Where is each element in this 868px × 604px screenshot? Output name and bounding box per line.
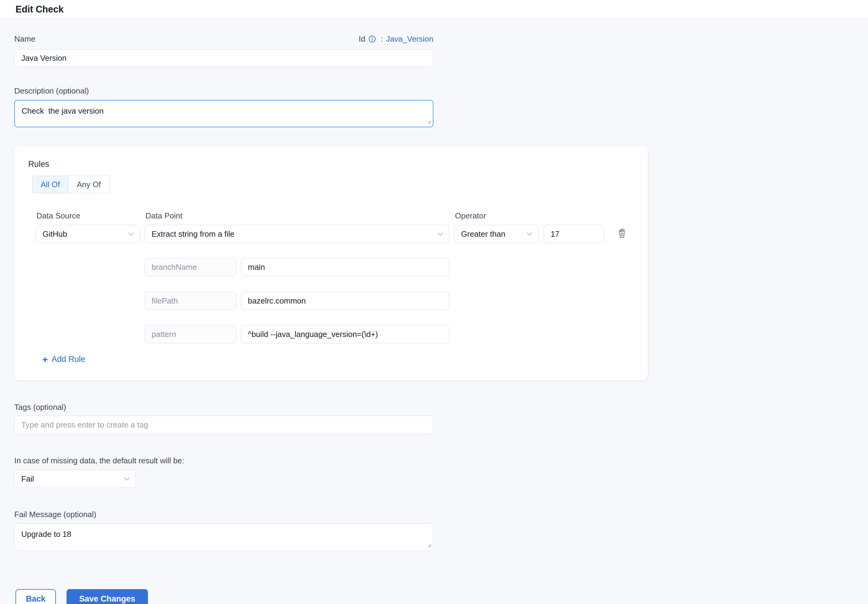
- operator-value-field-wrap: [544, 225, 604, 243]
- operator-value: Greater than: [461, 230, 505, 239]
- tags-label: Tags (optional): [14, 402, 868, 412]
- rules-card: Rules All Of Any Of Data Source Data Poi…: [14, 146, 648, 380]
- id-label: Id: [359, 34, 365, 44]
- data-source-value: GitHub: [42, 230, 67, 239]
- data-source-select[interactable]: GitHub: [36, 225, 140, 243]
- operator-select[interactable]: Greater than: [454, 225, 538, 243]
- chevron-down-icon: [437, 232, 443, 236]
- default-result-select[interactable]: Fail: [14, 470, 136, 488]
- missing-data-label: In case of missing data, the default res…: [14, 456, 868, 466]
- param-value-wrap: [241, 292, 449, 310]
- name-label-row: Name Id : Java_Version: [14, 34, 433, 44]
- page-title: Edit Check: [16, 4, 64, 15]
- edit-check-form: Name Id : Java_Version Description (opti…: [0, 34, 868, 604]
- check-id-group: Id : Java_Version: [359, 34, 433, 44]
- param-value-wrap: [241, 325, 449, 343]
- param-key-filepath: filePath: [144, 292, 236, 310]
- fail-message-textarea[interactable]: Upgrade to 18: [14, 523, 433, 551]
- chevron-down-icon: [128, 232, 134, 236]
- operator-label: Operator: [455, 211, 486, 220]
- fail-message-label: Fail Message (optional): [14, 510, 868, 519]
- threshold-input[interactable]: [544, 225, 604, 243]
- id-separator: :: [381, 34, 383, 44]
- param-value-branchname-input[interactable]: [241, 258, 449, 276]
- default-result-value: Fail: [21, 474, 34, 484]
- all-of-button[interactable]: All Of: [33, 176, 68, 193]
- fail-message-field-wrap: Upgrade to 18: [14, 523, 433, 551]
- trash-icon: [617, 235, 627, 240]
- save-changes-button[interactable]: Save Changes: [67, 589, 148, 604]
- add-rule-label: Add Rule: [52, 354, 85, 364]
- data-source-label: Data Source: [36, 211, 81, 220]
- plus-icon: +: [42, 356, 48, 363]
- description-label: Description (optional): [14, 86, 868, 96]
- data-point-value: Extract string from a file: [152, 230, 234, 239]
- chevron-down-icon: [124, 477, 130, 481]
- rules-match-toggle: All Of Any Of: [32, 175, 110, 193]
- page-header: Edit Check: [0, 0, 868, 19]
- param-value-pattern-input[interactable]: [241, 325, 449, 343]
- check-id-link[interactable]: Java_Version: [386, 34, 433, 44]
- back-button[interactable]: Back: [16, 589, 56, 604]
- tags-input[interactable]: [14, 416, 433, 434]
- description-field-wrap: Check the java version: [14, 100, 433, 127]
- param-key-pattern: pattern: [144, 325, 236, 343]
- name-label: Name: [14, 34, 35, 44]
- data-point-select[interactable]: Extract string from a file: [144, 225, 449, 243]
- param-key-branchname: branchName: [144, 258, 236, 276]
- param-value-wrap: [241, 258, 449, 276]
- name-input[interactable]: [14, 49, 433, 67]
- info-icon[interactable]: [368, 35, 376, 43]
- rules-title: Rules: [28, 160, 49, 169]
- delete-rule-button[interactable]: [617, 228, 627, 239]
- add-rule-button[interactable]: + Add Rule: [42, 354, 85, 364]
- param-value-filepath-input[interactable]: [241, 292, 449, 310]
- data-point-label: Data Point: [146, 211, 182, 220]
- any-of-button[interactable]: Any Of: [68, 176, 109, 193]
- chevron-down-icon: [526, 232, 532, 236]
- form-actions: Back Save Changes: [14, 589, 868, 604]
- description-textarea[interactable]: Check the java version: [14, 100, 433, 127]
